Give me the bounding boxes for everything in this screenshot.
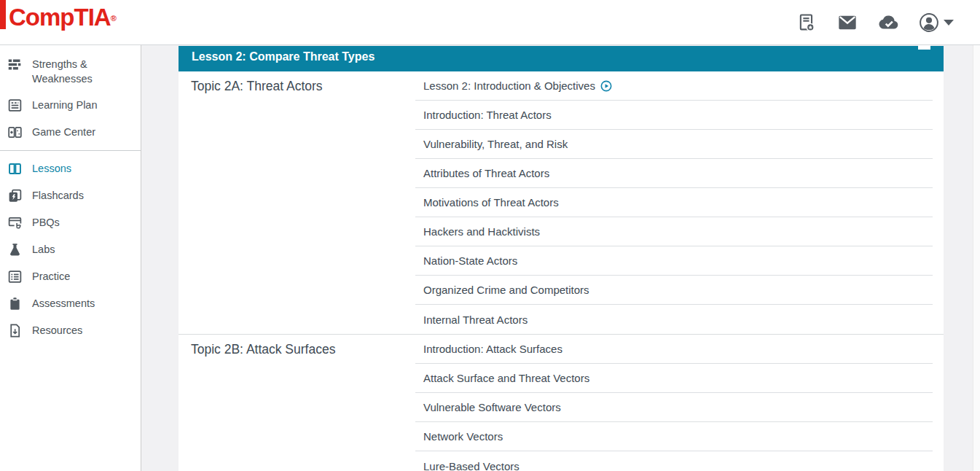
- sidebar-item-label: Flashcards: [32, 188, 84, 203]
- lesson-item[interactable]: Attack Surface and Threat Vectors: [415, 364, 933, 393]
- practice-icon: [7, 269, 23, 284]
- lesson-item[interactable]: Lure-Based Vectors: [415, 451, 933, 471]
- sidebar-item-labs[interactable]: Labs: [0, 236, 141, 263]
- topic-section-2a: Topic 2A: Threat Actors Lesson 2: Introd…: [179, 71, 944, 335]
- topic-section-2b: Topic 2B: Attack Surfaces Introduction: …: [179, 335, 944, 471]
- lesson-item-label: Hackers and Hacktivists: [423, 225, 540, 238]
- notes-document-icon[interactable]: [796, 12, 817, 33]
- sidebar-item-label: Learning Plan: [32, 98, 98, 112]
- sidebar-item-label: PBQs: [32, 215, 60, 230]
- lesson-item-label: Vulnerable Software Vectors: [423, 401, 561, 413]
- lesson-accordion-header[interactable]: Lesson 2: Compare Threat Types: [179, 46, 944, 71]
- lesson-item-label: Lure-Based Vectors: [423, 460, 520, 471]
- lesson-item[interactable]: Vulnerability, Threat, and Risk: [415, 130, 933, 159]
- sidebar-item-label: Practice: [32, 269, 70, 284]
- account-avatar-icon: [919, 12, 939, 33]
- lesson-item-label: Introduction: Attack Surfaces: [423, 343, 562, 355]
- sidebar-item-game-center[interactable]: Game Center: [0, 119, 141, 146]
- logo-red-bar: [0, 0, 6, 29]
- lesson-item[interactable]: Introduction: Attack Surfaces: [415, 335, 933, 364]
- lesson-item[interactable]: Nation-State Actors: [415, 246, 933, 276]
- chevron-down-icon: [944, 20, 954, 26]
- sidebar-item-strengths-weaknesses[interactable]: Strengths & Weaknesses: [0, 51, 141, 92]
- lesson-item-label: Motivations of Threat Actors: [423, 196, 559, 209]
- sidebar-item-learning-plan[interactable]: Learning Plan: [0, 92, 141, 119]
- lesson-item-label: Nation-State Actors: [423, 254, 517, 267]
- lesson-card: Lesson 2: Compare Threat Types Topic 2A:…: [179, 46, 944, 471]
- sidebar-item-assessments[interactable]: Assessments: [0, 290, 141, 317]
- lesson-item-label: Internal Threat Actors: [423, 314, 528, 326]
- flashcards-icon: [7, 188, 23, 203]
- comptia-logo[interactable]: CompTIA®: [0, 0, 116, 45]
- messages-envelope-icon[interactable]: [837, 12, 858, 33]
- lesson-item[interactable]: Introduction: Threat Actors: [415, 101, 933, 130]
- sidebar-divider: [0, 150, 141, 151]
- sidebar-nav: Strengths & Weaknesses Learning Plan Gam…: [0, 45, 141, 471]
- lesson-item-label: Introduction: Threat Actors: [423, 109, 552, 121]
- lesson-item[interactable]: Internal Threat Actors: [415, 305, 933, 334]
- account-menu[interactable]: [919, 12, 954, 33]
- play-icon[interactable]: [600, 80, 612, 92]
- registered-mark: ®: [111, 14, 116, 23]
- sidebar-item-label: Strengths & Weaknesses: [32, 57, 123, 86]
- assessments-icon: [7, 296, 23, 311]
- resources-icon: [7, 323, 23, 338]
- topic-title: Topic 2A: Threat Actors: [179, 71, 415, 334]
- lesson-item-label: Attributes of Threat Actors: [423, 167, 549, 179]
- sidebar-item-label: Lessons: [32, 161, 71, 176]
- pbqs-icon: [7, 215, 23, 230]
- lesson-item-label: Network Vectors: [423, 430, 503, 443]
- lesson-item[interactable]: Hackers and Hacktivists: [415, 217, 933, 246]
- cloud-sync-icon[interactable]: [878, 12, 898, 33]
- game-center-icon: [7, 125, 23, 140]
- lesson-item-label: Attack Surface and Threat Vectors: [423, 372, 589, 384]
- lesson-item-label: Vulnerability, Threat, and Risk: [423, 138, 568, 150]
- sidebar-item-label: Labs: [32, 242, 55, 257]
- lesson-item[interactable]: Organized Crime and Competitors: [415, 276, 933, 305]
- top-header: CompTIA®: [0, 0, 980, 45]
- sidebar-item-label: Game Center: [32, 125, 95, 139]
- lesson-item[interactable]: Network Vectors: [415, 422, 933, 451]
- lesson-item[interactable]: Motivations of Threat Actors: [415, 188, 933, 217]
- sidebar-item-label: Resources: [32, 323, 82, 338]
- lesson-item[interactable]: Vulnerable Software Vectors: [415, 393, 933, 422]
- sidebar-item-flashcards[interactable]: Flashcards: [0, 182, 141, 209]
- lesson-item-label: Lesson 2: Introduction & Objectives: [423, 79, 595, 92]
- vertical-scrollbar[interactable]: [973, 45, 980, 471]
- sidebar-item-resources[interactable]: Resources: [0, 317, 141, 344]
- strengths-icon: [7, 57, 23, 72]
- lesson-title: Lesson 2: Compare Threat Types: [192, 50, 375, 63]
- lesson-item[interactable]: Attributes of Threat Actors: [415, 159, 933, 188]
- sidebar-item-pbqs[interactable]: PBQs: [0, 209, 141, 236]
- lessons-icon: [7, 161, 23, 176]
- logo-text: CompTIA®: [6, 0, 116, 36]
- lesson-item-label: Organized Crime and Competitors: [423, 284, 589, 296]
- sidebar-item-label: Assessments: [32, 296, 95, 311]
- topic-title: Topic 2B: Attack Surfaces: [179, 335, 415, 471]
- learning-plan-icon: [7, 98, 23, 113]
- labs-icon: [7, 242, 23, 257]
- lesson-item[interactable]: Lesson 2: Introduction & Objectives: [415, 71, 933, 101]
- sidebar-item-practice[interactable]: Practice: [0, 263, 141, 290]
- sidebar-item-lessons[interactable]: Lessons: [0, 155, 141, 182]
